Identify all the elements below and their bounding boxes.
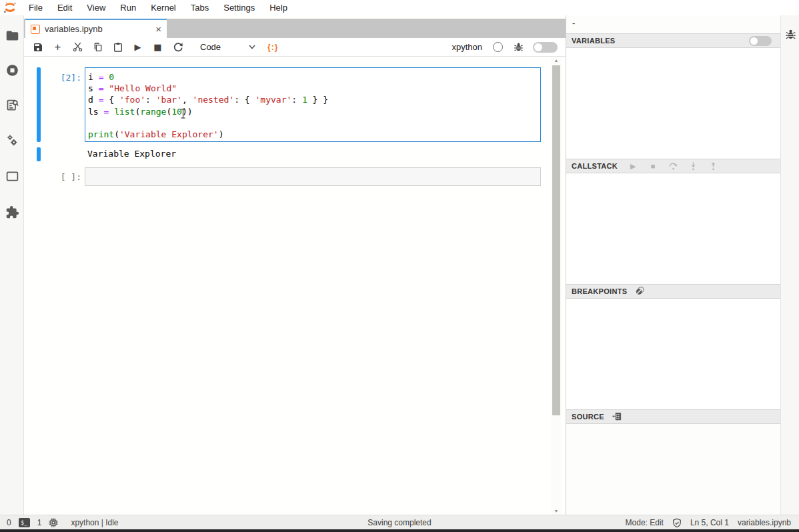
debug-step-over-icon[interactable] bbox=[668, 161, 678, 171]
breakpoints-label: BREAKPOINTS bbox=[572, 287, 627, 295]
mode-indicator[interactable]: Mode: Edit bbox=[626, 518, 664, 527]
menu-bar: File Edit View Run Kernel Tabs Settings … bbox=[0, 0, 799, 15]
active-file-name: variables.ipynb bbox=[738, 518, 791, 527]
remove-all-breakpoints-icon[interactable] bbox=[635, 286, 646, 297]
callstack-label: CALLSTACK bbox=[572, 162, 618, 170]
cell1-input-collapser[interactable] bbox=[37, 67, 41, 142]
copy-cells-button[interactable] bbox=[92, 41, 103, 53]
run-cell-button[interactable]: ▶ bbox=[132, 41, 143, 53]
chevron-down-icon bbox=[249, 45, 255, 49]
breakpoints-body bbox=[566, 299, 781, 409]
save-button[interactable] bbox=[32, 41, 43, 53]
source-section-header[interactable]: SOURCE bbox=[566, 409, 781, 424]
debug-continue-button[interactable]: ▶ bbox=[628, 161, 638, 171]
debugger-panel-title: - bbox=[566, 18, 781, 33]
menu-item-view[interactable]: View bbox=[79, 0, 113, 15]
status-bar: 0 $_ 1 xpython | Idle Saving completed M… bbox=[0, 515, 799, 529]
menu-item-edit[interactable]: Edit bbox=[50, 0, 79, 15]
notebook-toolbar: + ▶ ■ Code bbox=[24, 38, 566, 57]
view-source-icon[interactable] bbox=[612, 411, 623, 422]
add-cell-button[interactable]: + bbox=[52, 41, 63, 53]
variables-section-header[interactable]: VARIABLES bbox=[566, 33, 781, 48]
cell1-output-collapser[interactable] bbox=[37, 147, 41, 161]
status-right: Mode: Edit Ln 5, Col 1 variables.ipynb bbox=[617, 515, 791, 530]
cell1-output-text: Variable Explorer bbox=[87, 149, 176, 159]
restart-kernel-button[interactable] bbox=[172, 41, 183, 53]
trust-shield-icon bbox=[672, 518, 682, 528]
json-badge-icon: {:} bbox=[267, 43, 278, 52]
interrupt-kernel-button[interactable]: ■ bbox=[152, 41, 163, 53]
variables-label: VARIABLES bbox=[572, 37, 615, 45]
cell-type-dropdown[interactable]: Code bbox=[200, 42, 255, 52]
debug-terminate-button[interactable]: ■ bbox=[648, 161, 658, 171]
notebook-panel: variables.ipynb × + ▶ ■ bbox=[24, 15, 566, 515]
debug-step-in-icon[interactable] bbox=[688, 161, 698, 171]
saving-status: Saving completed bbox=[367, 518, 431, 527]
tab-bar: variables.ipynb × bbox=[24, 19, 566, 38]
cell1-prompt: [2]: bbox=[49, 73, 81, 83]
file-browser-icon[interactable] bbox=[5, 29, 19, 43]
variables-body bbox=[566, 49, 781, 159]
cell2-prompt: [ ]: bbox=[49, 172, 81, 182]
menu-item-run[interactable]: Run bbox=[113, 0, 143, 15]
property-inspector-icon[interactable] bbox=[5, 169, 19, 183]
variables-view-toggle[interactable] bbox=[749, 36, 772, 46]
toggle-knob bbox=[750, 37, 758, 45]
left-sidebar bbox=[0, 15, 24, 515]
scrollbar-down-icon[interactable]: ▼ bbox=[551, 509, 562, 513]
menu-items: File Edit View Run Kernel Tabs Settings … bbox=[21, 0, 295, 15]
menu-item-help[interactable]: Help bbox=[262, 0, 295, 15]
debugger-tab-bug-icon[interactable] bbox=[785, 29, 796, 40]
scrollbar-up-icon[interactable]: ▲ bbox=[551, 58, 562, 63]
source-label: SOURCE bbox=[572, 413, 604, 421]
tab-title: variables.ipynb bbox=[45, 24, 151, 34]
bug-icon bbox=[514, 42, 524, 52]
inspector-icon[interactable] bbox=[5, 98, 19, 112]
paste-cells-button[interactable] bbox=[112, 41, 123, 53]
kernel-name-label[interactable]: xpython bbox=[452, 42, 482, 52]
debugger-sidebar: - VARIABLES CALLSTACK ▶ ■ BREAKPOINTS bbox=[566, 15, 780, 515]
notebook-content: [2]: i = 0s = "Hello World"d = { 'foo': … bbox=[24, 57, 566, 515]
debugger-toggle[interactable] bbox=[533, 42, 558, 53]
extension-manager-icon[interactable] bbox=[5, 205, 19, 219]
tab-close-icon[interactable]: × bbox=[155, 24, 161, 34]
scrollbar-thumb[interactable] bbox=[552, 65, 560, 415]
menu-item-kernel[interactable]: Kernel bbox=[143, 0, 183, 15]
tab-variables-ipynb[interactable]: variables.ipynb × bbox=[25, 19, 167, 38]
empty-cell-editor[interactable] bbox=[85, 167, 541, 186]
menu-item-settings[interactable]: Settings bbox=[216, 0, 262, 15]
running-kernels-icon[interactable] bbox=[5, 63, 19, 77]
notebook-scrollbar[interactable]: ▲ ▼ bbox=[551, 57, 562, 515]
menu-item-tabs[interactable]: Tabs bbox=[183, 0, 216, 15]
text-cursor-pointer bbox=[180, 109, 186, 119]
cursor-position[interactable]: Ln 5, Col 1 bbox=[690, 518, 729, 527]
cut-cells-button[interactable] bbox=[72, 41, 83, 53]
window-bottom-edge bbox=[0, 529, 799, 532]
breakpoints-section-header[interactable]: BREAKPOINTS bbox=[566, 284, 781, 299]
callstack-body bbox=[566, 174, 781, 284]
kernel-status-icon bbox=[493, 42, 503, 52]
services-gears-icon[interactable] bbox=[5, 133, 19, 147]
jupyterlab-window: { "menu_bar": { "items": ["File", "Edit"… bbox=[0, 0, 799, 532]
code-editor[interactable]: i = 0s = "Hello World"d = { 'foo': 'bar'… bbox=[85, 67, 541, 142]
debug-step-out-icon[interactable] bbox=[708, 161, 718, 171]
notebook-file-icon bbox=[31, 25, 40, 34]
jupyter-logo-icon bbox=[3, 1, 17, 14]
source-body bbox=[566, 425, 781, 515]
cell-type-value: Code bbox=[200, 42, 221, 52]
menu-item-file[interactable]: File bbox=[21, 0, 50, 15]
callstack-section-header[interactable]: CALLSTACK ▶ ■ bbox=[566, 159, 781, 173]
toggle-knob bbox=[534, 43, 542, 51]
right-sidebar bbox=[780, 15, 799, 515]
toolbar-right: xpython bbox=[452, 42, 558, 53]
